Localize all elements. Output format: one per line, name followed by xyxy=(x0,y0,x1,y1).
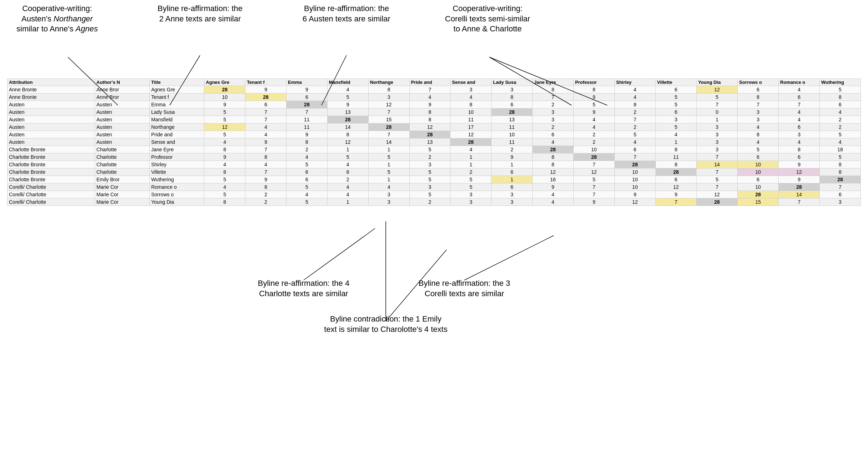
cell-r15-c14: 7 xyxy=(655,198,697,206)
svg-line-5 xyxy=(304,228,375,280)
cell-r10-c16: 10 xyxy=(738,161,779,168)
cell-r10-c9: 1 xyxy=(450,161,492,168)
cell-r8-c1: Charlotte xyxy=(95,146,150,153)
cell-r2-c2: Emma xyxy=(150,101,204,108)
cell-r12-c12: 5 xyxy=(573,176,614,183)
cell-r2-c0: Austen xyxy=(8,101,95,108)
cell-r10-c5: 5 xyxy=(286,161,327,168)
col-header-mansfield: Mansfield xyxy=(327,79,368,86)
cell-r12-c10: 1 xyxy=(492,176,533,183)
table-row: AustenAustenLady Susa5771378102839260344 xyxy=(8,108,861,116)
cell-r6-c12: 2 xyxy=(573,131,614,138)
cell-r4-c8: 8 xyxy=(409,116,450,123)
cell-r4-c0: Austen xyxy=(8,116,95,123)
cell-r5-c12: 4 xyxy=(573,123,614,131)
table-row: AustenAustenNorthange1241114281217112425… xyxy=(8,123,861,131)
col-header-youngdia: Young Dia xyxy=(697,79,738,86)
cell-r13-c9: 5 xyxy=(450,183,492,191)
cell-r12-c14: 6 xyxy=(655,176,697,183)
cell-r7-c12: 2 xyxy=(573,138,614,146)
cell-r8-c3: 8 xyxy=(204,146,245,153)
cell-r1-c18: 8 xyxy=(819,93,860,101)
cell-r14-c12: 7 xyxy=(573,191,614,198)
cell-r13-c12: 7 xyxy=(573,183,614,191)
cell-r14-c1: Marie Cor xyxy=(95,191,150,198)
cell-r10-c14: 8 xyxy=(655,161,697,168)
cell-r5-c14: 5 xyxy=(655,123,697,131)
cell-r6-c10: 10 xyxy=(492,131,533,138)
annotation-top-right: Cooperative-writing: Corelli texts semi-… xyxy=(429,4,547,34)
cell-r6-c15: 3 xyxy=(697,131,738,138)
cell-r11-c13: 10 xyxy=(614,168,655,176)
cell-r7-c18: 4 xyxy=(819,138,860,146)
cell-r3-c13: 2 xyxy=(614,108,655,116)
cell-r7-c17: 4 xyxy=(779,138,820,146)
col-header-northanger: Northange xyxy=(368,79,409,86)
cell-r9-c0: Charlotte Bronte xyxy=(8,153,95,161)
cell-r15-c8: 2 xyxy=(409,198,450,206)
cell-r14-c13: 9 xyxy=(614,191,655,198)
cell-r4-c7: 15 xyxy=(368,116,409,123)
cell-r9-c7: 5 xyxy=(368,153,409,161)
cell-r8-c14: 8 xyxy=(655,146,697,153)
cell-r3-c15: 0 xyxy=(697,108,738,116)
cell-r9-c14: 11 xyxy=(655,153,697,161)
cell-r5-c1: Austen xyxy=(95,123,150,131)
cell-r4-c2: Mansfield xyxy=(150,116,204,123)
cell-r13-c18: 7 xyxy=(819,183,860,191)
col-header-ladysusan: Lady Susa xyxy=(492,79,533,86)
cell-r14-c0: Corelli/ Charlotte xyxy=(8,191,95,198)
cell-r12-c3: 5 xyxy=(204,176,245,183)
cell-r9-c6: 5 xyxy=(327,153,368,161)
cell-r13-c8: 3 xyxy=(409,183,450,191)
cell-r5-c8: 12 xyxy=(409,123,450,131)
cell-r11-c15: 7 xyxy=(697,168,738,176)
cell-r11-c3: 8 xyxy=(204,168,245,176)
cell-r2-c13: 8 xyxy=(614,101,655,108)
cell-r9-c13: 7 xyxy=(614,153,655,161)
cell-r7-c14: 1 xyxy=(655,138,697,146)
annotation-top-mid1: Byline re-affirmation: the 2 Anne texts … xyxy=(150,4,250,24)
col-header-author: Author's N xyxy=(95,79,150,86)
cell-r5-c15: 3 xyxy=(697,123,738,131)
cell-r1-c11: 7 xyxy=(533,93,574,101)
cell-r6-c4: 4 xyxy=(245,131,286,138)
cell-r15-c0: Corelli/ Charlotte xyxy=(8,198,95,206)
cell-r3-c17: 4 xyxy=(779,108,820,116)
table-row: Charlotte BronteCharlotteVillette8766552… xyxy=(8,168,861,176)
cell-r9-c11: 8 xyxy=(533,153,574,161)
cell-r4-c4: 7 xyxy=(245,116,286,123)
cell-r5-c16: 4 xyxy=(738,123,779,131)
cell-r15-c10: 3 xyxy=(492,198,533,206)
cell-r3-c14: 6 xyxy=(655,108,697,116)
cell-r13-c17: 28 xyxy=(779,183,820,191)
cell-r10-c17: 9 xyxy=(779,161,820,168)
cell-r6-c17: 3 xyxy=(779,131,820,138)
cell-r11-c11: 12 xyxy=(533,168,574,176)
cell-r3-c11: 3 xyxy=(533,108,574,116)
cell-r3-c12: 9 xyxy=(573,108,614,116)
cell-r0-c12: 8 xyxy=(573,86,614,93)
cell-r8-c2: Jane Eyre xyxy=(150,146,204,153)
cell-r4-c11: 3 xyxy=(533,116,574,123)
cell-r7-c16: 4 xyxy=(738,138,779,146)
cell-r7-c0: Austen xyxy=(8,138,95,146)
cell-r5-c18: 2 xyxy=(819,123,860,131)
cell-r12-c16: 6 xyxy=(738,176,779,183)
cell-r3-c10: 28 xyxy=(492,108,533,116)
cell-r4-c12: 4 xyxy=(573,116,614,123)
cell-r15-c12: 9 xyxy=(573,198,614,206)
table-row: Charlotte BronteEmily BrorWuthering59621… xyxy=(8,176,861,183)
cell-r2-c11: 2 xyxy=(533,101,574,108)
cell-r1-c5: 6 xyxy=(286,93,327,101)
page-container: Cooperative-writing: Austen's Northanger… xyxy=(0,0,868,455)
cell-r9-c16: 6 xyxy=(738,153,779,161)
cell-r13-c3: 4 xyxy=(204,183,245,191)
cell-r4-c16: 3 xyxy=(738,116,779,123)
col-header-romance: Romance o xyxy=(779,79,820,86)
cell-r13-c7: 4 xyxy=(368,183,409,191)
cell-r6-c3: 5 xyxy=(204,131,245,138)
cell-r10-c10: 1 xyxy=(492,161,533,168)
cell-r1-c12: 9 xyxy=(573,93,614,101)
cell-r7-c3: 4 xyxy=(204,138,245,146)
